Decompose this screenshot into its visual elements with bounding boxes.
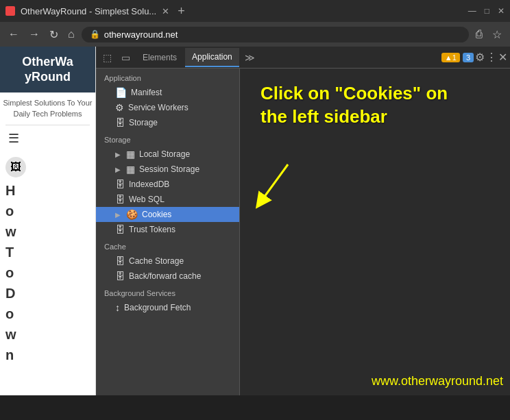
manifest-icon: 📄 bbox=[115, 87, 127, 98]
sidebar-indexeddb-label: IndexedDB bbox=[129, 180, 169, 189]
sidebar-session-storage[interactable]: ▶ ▦ Session Storage bbox=[96, 162, 239, 177]
cookies-icon: 🍪 bbox=[126, 209, 138, 220]
background-fetch-icon: ↕ bbox=[115, 302, 120, 313]
info-badge: 3 bbox=[463, 53, 474, 62]
local-storage-icon: ▦ bbox=[126, 149, 135, 160]
site-tagline: Simplest Solutions To Your Daily Tech Pr… bbox=[0, 92, 95, 125]
sidebar-storage-app-label: Storage bbox=[129, 118, 158, 127]
sidebar-trust-tokens[interactable]: 🗄 Trust Tokens bbox=[96, 222, 239, 237]
sidebar-indexeddb[interactable]: 🗄 IndexedDB bbox=[96, 177, 239, 192]
article-text: HowToDown bbox=[5, 180, 90, 365]
avatar: 🖼 bbox=[5, 157, 26, 177]
devtools-tabs: ⬚ ▭ Elements Application ≫ ▲1 3 ⚙ ⋮ ✕ bbox=[96, 47, 510, 69]
sidebar-service-workers[interactable]: ⚙ Service Workers bbox=[96, 100, 239, 115]
annotation-text: Click on "Cookies" on the left sidebar bbox=[260, 82, 448, 129]
sidebar-local-storage-label: Local Storage bbox=[139, 149, 190, 159]
home-btn[interactable]: ⌂ bbox=[65, 25, 77, 43]
device-icon[interactable]: ▭ bbox=[117, 49, 134, 66]
storage-section-title: Storage bbox=[96, 130, 239, 147]
sidebar-back-forward-cache-label: Back/forward cache bbox=[129, 271, 201, 281]
annotation-line1: Click on "Cookies" on bbox=[260, 83, 448, 103]
maximize-btn[interactable]: □ bbox=[485, 6, 489, 16]
more-tabs-btn[interactable]: ≫ bbox=[241, 49, 259, 66]
sidebar-cache-storage-label: Cache Storage bbox=[129, 256, 184, 266]
devtools-more-icon[interactable]: ⋮ bbox=[486, 51, 497, 64]
devtools-body: Application 📄 Manifest ⚙ Service Workers… bbox=[96, 69, 510, 395]
lock-icon: 🔒 bbox=[90, 29, 100, 39]
tab-title: OtherWayRound - Simplest Solu... bbox=[21, 6, 156, 16]
warn-badge: ▲1 bbox=[441, 53, 460, 62]
sidebar-trust-tokens-label: Trust Tokens bbox=[129, 225, 175, 234]
websql-icon: 🗄 bbox=[115, 194, 125, 205]
main-area: OtherWa yRound Simplest Solutions To You… bbox=[0, 47, 510, 395]
share-btn[interactable]: ⎙ bbox=[473, 25, 485, 43]
tab-close-btn[interactable]: ✕ bbox=[162, 6, 169, 16]
close-btn[interactable]: ✕ bbox=[498, 6, 505, 16]
expand-local-storage-icon: ▶ bbox=[115, 151, 121, 158]
sidebar-manifest[interactable]: 📄 Manifest bbox=[96, 85, 239, 100]
hamburger-menu[interactable]: ☰ bbox=[0, 125, 95, 151]
session-storage-icon: ▦ bbox=[126, 164, 135, 175]
sidebar-back-forward-cache[interactable]: 🗄 Back/forward cache bbox=[96, 269, 239, 284]
cache-storage-icon: 🗄 bbox=[115, 256, 125, 267]
devtools-panel: ⬚ ▭ Elements Application ≫ ▲1 3 ⚙ ⋮ ✕ Ap… bbox=[96, 47, 510, 395]
sidebar-service-workers-label: Service Workers bbox=[128, 103, 189, 112]
logo-line2: yRound bbox=[25, 70, 71, 84]
address-bar[interactable]: 🔒 otherwayround.net bbox=[82, 27, 469, 42]
sidebar-manifest-label: Manifest bbox=[131, 88, 162, 97]
window-controls: — □ ✕ bbox=[468, 6, 505, 16]
sidebar-session-storage-label: Session Storage bbox=[139, 164, 199, 174]
expand-session-storage-icon: ▶ bbox=[115, 166, 121, 173]
sidebar-background-fetch-label: Background Fetch bbox=[124, 303, 191, 312]
sidebar-background-fetch[interactable]: ↕ Background Fetch bbox=[96, 300, 239, 315]
background-section-title: Background Services bbox=[96, 284, 239, 300]
svg-line-0 bbox=[260, 164, 288, 202]
indexeddb-icon: 🗄 bbox=[115, 179, 125, 190]
new-tab-btn[interactable]: + bbox=[178, 4, 185, 18]
application-sidebar: Application 📄 Manifest ⚙ Service Workers… bbox=[96, 69, 240, 395]
bookmark-btn[interactable]: ☆ bbox=[489, 25, 505, 44]
storage-app-icon: 🗄 bbox=[115, 117, 125, 128]
sidebar-cache-storage[interactable]: 🗄 Cache Storage bbox=[96, 254, 239, 269]
site-logo: OtherWa yRound bbox=[0, 47, 95, 92]
annotation-line2: the left sidebar bbox=[260, 106, 387, 127]
cursor-icon[interactable]: ⬚ bbox=[99, 49, 116, 66]
back-forward-cache-icon: 🗄 bbox=[115, 271, 125, 282]
sidebar-websql-label: Web SQL bbox=[129, 195, 165, 204]
tab-elements[interactable]: Elements bbox=[136, 49, 184, 66]
watermark: www.otherwayround.net bbox=[372, 374, 503, 388]
main-panel: Click on "Cookies" on the left sidebar w… bbox=[240, 69, 510, 395]
back-btn[interactable]: ← bbox=[5, 25, 22, 43]
arrow-annotation bbox=[247, 158, 308, 212]
sidebar-cookies-label: Cookies bbox=[142, 210, 171, 219]
sidebar-websql[interactable]: 🗄 Web SQL bbox=[96, 192, 239, 207]
url-display: otherwayround.net bbox=[104, 29, 178, 40]
trust-tokens-icon: 🗄 bbox=[115, 224, 125, 235]
website-panel: OtherWa yRound Simplest Solutions To You… bbox=[0, 47, 96, 395]
sidebar-local-storage[interactable]: ▶ ▦ Local Storage bbox=[96, 147, 239, 162]
site-content: 🖼 HowToDown bbox=[0, 151, 95, 371]
logo-line1: OtherWa bbox=[22, 55, 73, 69]
forward-btn[interactable]: → bbox=[26, 25, 42, 43]
toolbar-bar: ← → ↻ ⌂ 🔒 otherwayround.net ⎙ ☆ bbox=[0, 22, 510, 47]
cache-section-title: Cache bbox=[96, 237, 239, 254]
expand-cookies-icon: ▶ bbox=[115, 211, 121, 219]
devtools-close-btn[interactable]: ✕ bbox=[498, 51, 507, 64]
title-bar: OtherWayRound - Simplest Solu... ✕ + — □… bbox=[0, 0, 510, 22]
sidebar-cookies[interactable]: ▶ 🍪 Cookies bbox=[96, 207, 239, 222]
application-section-title: Application bbox=[96, 69, 239, 85]
badges: ▲1 3 bbox=[441, 53, 474, 62]
sidebar-storage-app[interactable]: 🗄 Storage bbox=[96, 115, 239, 130]
favicon bbox=[5, 6, 15, 16]
minimize-btn[interactable]: — bbox=[468, 6, 476, 16]
service-workers-icon: ⚙ bbox=[115, 102, 124, 113]
settings-icon[interactable]: ⚙ bbox=[475, 51, 485, 64]
tab-application[interactable]: Application bbox=[185, 48, 239, 67]
refresh-btn[interactable]: ↻ bbox=[47, 25, 61, 44]
